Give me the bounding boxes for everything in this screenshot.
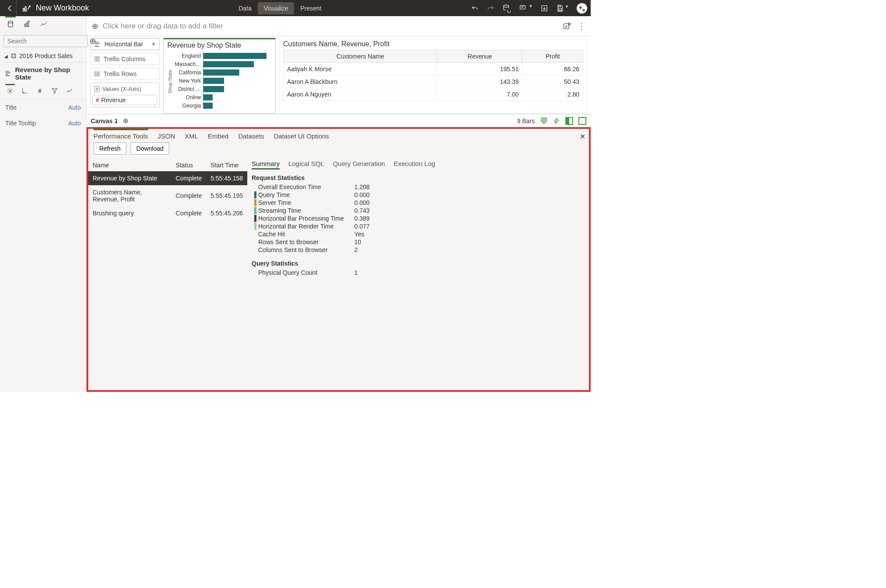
perf-tab[interactable]: Embed (208, 132, 229, 140)
add-filter-button[interactable]: ⊕ (92, 21, 98, 31)
measure-icon: # (96, 97, 99, 104)
table-row[interactable]: Aaliyah K Morse195.5166.26 (284, 63, 583, 76)
svg-rect-19 (98, 57, 99, 62)
svg-rect-20 (95, 72, 100, 73)
stat-row: Server Time0.000 (252, 199, 585, 207)
mode-tabs: Data Visualize Present (232, 2, 328, 14)
more-menu-icon[interactable]: ⋮ (578, 21, 585, 31)
config-tab-values[interactable]: # (35, 86, 45, 96)
prop-tooltip-label: Title Tooltip (5, 120, 36, 127)
perf-tab[interactable]: JSON (158, 132, 175, 140)
tab-present[interactable]: Present (294, 2, 327, 14)
bolt-icon[interactable] (553, 117, 560, 125)
svg-rect-17 (95, 57, 96, 62)
performance-panel: ✕ Performance ToolsJSONXMLEmbedDatasetsD… (87, 127, 591, 392)
left-tab-viz[interactable] (22, 19, 32, 29)
svg-rect-28 (203, 69, 239, 76)
perf-subtab[interactable]: Logical SQL (288, 160, 324, 168)
perf-tab[interactable]: Performance Tools (93, 132, 148, 140)
config-tab-axis[interactable] (20, 86, 30, 96)
workbook-title: New Workbook (36, 3, 89, 13)
table-row[interactable]: Aaron A Nguyen7.002.80 (284, 88, 583, 101)
table-panel[interactable]: Customers Name, Revenue, Profit Customer… (279, 38, 587, 114)
svg-text:Massach…: Massach… (175, 61, 201, 67)
svg-rect-32 (203, 86, 224, 92)
svg-rect-18 (97, 57, 98, 62)
table-header[interactable]: Profit (523, 50, 583, 63)
undo-icon[interactable] (471, 4, 479, 12)
svg-rect-24 (203, 53, 266, 59)
chevron-down-icon: ▼ (151, 42, 156, 47)
close-button[interactable]: ✕ (580, 132, 585, 141)
svg-rect-21 (95, 73, 100, 75)
export-icon[interactable] (540, 4, 548, 12)
svg-rect-30 (203, 78, 224, 84)
canvas-name[interactable]: Canvas 1 (91, 118, 118, 125)
perf-list-row[interactable]: Revenue by Shop StateComplete5:55:45.158 (88, 171, 247, 185)
query-stats-heading: Query Statistics (252, 260, 585, 267)
svg-point-14 (9, 90, 11, 92)
layout-split-button[interactable] (565, 117, 573, 125)
save-icon[interactable]: ▼ (556, 4, 569, 12)
svg-rect-22 (95, 75, 100, 76)
perf-tab[interactable]: XML (185, 132, 198, 140)
table-title: Customers Name, Revenue, Profit (283, 40, 583, 48)
stat-row: Horizontal Bar Render Time0.077 (252, 222, 585, 230)
refresh-data-icon[interactable] (502, 4, 511, 13)
viz-section-header: Revenue by Shop State (0, 62, 86, 84)
table-header[interactable]: Customers Name (284, 50, 437, 63)
dataset-row[interactable]: ◢ 2016 Product Sales (0, 50, 86, 62)
add-canvas-button[interactable]: ⊕ (123, 117, 128, 125)
request-stats-heading: Request Statistics (252, 174, 585, 181)
left-tab-data[interactable] (5, 19, 16, 29)
svg-text:Georgia: Georgia (182, 103, 201, 109)
search-input[interactable] (3, 35, 88, 47)
config-tab-filter[interactable] (50, 86, 59, 96)
comments-icon[interactable]: ▼ (519, 4, 533, 13)
measure-pill-revenue[interactable]: # Revenue (93, 95, 157, 105)
chart-panel[interactable]: Revenue by Shop State Shop State England… (163, 38, 276, 114)
perf-list-row[interactable]: Brushing queryComplete5:55:45.206 (88, 206, 247, 220)
perf-query-list: NameStatusStart Time Revenue by Shop Sta… (88, 159, 247, 390)
trellis-rows-label: Trellis Rows (104, 70, 137, 77)
apply-icon[interactable] (540, 117, 548, 125)
table-header[interactable]: Revenue (437, 50, 523, 63)
chart-svg: EnglandMassach…CaliforniaNew YorkDistric… (173, 51, 272, 112)
svg-rect-10 (28, 21, 29, 27)
redo-icon[interactable] (487, 4, 495, 12)
perf-subtab[interactable]: Summary (252, 160, 280, 168)
user-avatar[interactable] (577, 3, 587, 14)
perf-detail: SummaryLogical SQLQuery GenerationExecut… (247, 159, 589, 390)
stat-row: Cache HitYes (252, 230, 585, 238)
config-tab-analytics[interactable] (65, 86, 74, 96)
download-button[interactable]: Download (131, 142, 169, 155)
trellis-cols-label: Trellis Columns (104, 55, 145, 62)
perf-list-row[interactable]: Customers Name, Revenue, ProfitComplete5… (88, 185, 247, 206)
perf-subtab[interactable]: Execution Log (394, 160, 435, 168)
perf-tab[interactable]: Datasets (238, 132, 264, 140)
measure-label: Revenue (101, 97, 126, 104)
chart-type-selector[interactable]: Horizontal Bar ▼ (90, 38, 160, 50)
stat-row: Streaming Time0.743 (252, 207, 585, 214)
trellis-rows-shelf[interactable]: Trellis Rows (90, 68, 160, 80)
layout-single-button[interactable] (578, 117, 586, 125)
perf-tab[interactable]: Dataset UI Options (273, 132, 329, 140)
left-tab-analytics[interactable] (38, 19, 49, 29)
svg-rect-13 (12, 55, 15, 57)
config-tab-general[interactable] (5, 86, 15, 96)
prop-tooltip[interactable]: Title Tooltip Auto (0, 115, 86, 131)
filter-prompt[interactable]: Click here or drag data to add a filter (103, 22, 223, 31)
trellis-columns-shelf[interactable]: Trellis Columns (90, 53, 160, 65)
prop-title[interactable]: Title Auto (0, 100, 86, 115)
perf-subtab[interactable]: Query Generation (333, 160, 385, 168)
auto-insights-icon[interactable] (563, 22, 571, 31)
prop-title-label: Title (5, 104, 17, 111)
svg-rect-8 (24, 24, 25, 27)
tab-visualize[interactable]: Visualize (258, 2, 294, 14)
table-row[interactable]: Aaron A Blackburn143.3950.43 (284, 76, 583, 88)
values-shelf[interactable]: # Values (X-Axis) # Revenue (90, 83, 160, 107)
refresh-button[interactable]: Refresh (93, 142, 126, 155)
tab-data[interactable]: Data (232, 2, 258, 14)
back-button[interactable] (3, 0, 17, 16)
svg-rect-0 (23, 8, 24, 11)
